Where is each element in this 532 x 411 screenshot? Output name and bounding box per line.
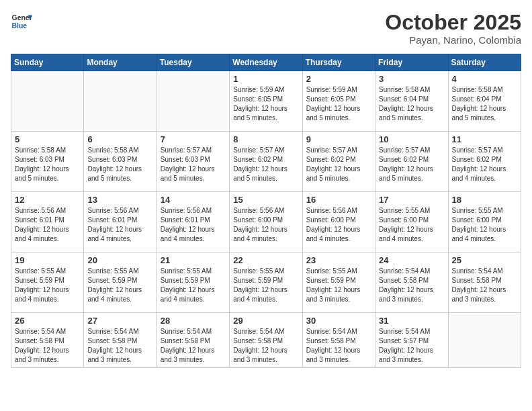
day-info: Sunrise: 5:57 AM Sunset: 6:02 PM Dayligh… [306, 146, 371, 183]
day-info: Sunrise: 5:56 AM Sunset: 6:01 PM Dayligh… [15, 206, 80, 244]
calendar-week-row: 12Sunrise: 5:56 AM Sunset: 6:01 PM Dayli… [11, 192, 521, 253]
calendar-cell [448, 313, 521, 368]
day-number: 26 [15, 316, 80, 326]
calendar-cell: 5Sunrise: 5:58 AM Sunset: 6:03 PM Daylig… [11, 132, 84, 192]
calendar-cell: 9Sunrise: 5:57 AM Sunset: 6:02 PM Daylig… [302, 132, 375, 192]
day-number: 1 [233, 74, 298, 84]
day-number: 24 [379, 255, 444, 265]
day-info: Sunrise: 5:56 AM Sunset: 6:01 PM Dayligh… [87, 206, 152, 244]
day-number: 6 [87, 134, 152, 144]
day-info: Sunrise: 5:58 AM Sunset: 6:03 PM Dayligh… [15, 146, 80, 183]
calendar-cell: 21Sunrise: 5:55 AM Sunset: 5:59 PM Dayli… [157, 253, 229, 313]
calendar-cell [84, 71, 157, 132]
day-number: 23 [306, 255, 371, 265]
calendar-cell: 28Sunrise: 5:54 AM Sunset: 5:58 PM Dayli… [157, 313, 229, 368]
calendar-cell: 10Sunrise: 5:57 AM Sunset: 6:02 PM Dayli… [375, 132, 448, 192]
day-info: Sunrise: 5:55 AM Sunset: 6:00 PM Dayligh… [379, 206, 444, 244]
day-info: Sunrise: 5:57 AM Sunset: 6:03 PM Dayligh… [161, 146, 226, 183]
day-number: 18 [452, 195, 517, 205]
day-info: Sunrise: 5:54 AM Sunset: 5:58 PM Dayligh… [15, 327, 80, 365]
calendar-cell: 12Sunrise: 5:56 AM Sunset: 6:01 PM Dayli… [11, 192, 84, 253]
day-info: Sunrise: 5:58 AM Sunset: 6:04 PM Dayligh… [379, 85, 444, 123]
calendar-cell: 25Sunrise: 5:54 AM Sunset: 5:58 PM Dayli… [448, 253, 521, 313]
weekday-header-saturday: Saturday [448, 54, 521, 71]
weekday-header-tuesday: Tuesday [157, 54, 229, 71]
calendar-week-row: 1Sunrise: 5:59 AM Sunset: 6:05 PM Daylig… [11, 71, 521, 132]
calendar-week-row: 5Sunrise: 5:58 AM Sunset: 6:03 PM Daylig… [11, 132, 521, 192]
calendar-cell: 7Sunrise: 5:57 AM Sunset: 6:03 PM Daylig… [157, 132, 229, 192]
calendar-cell: 14Sunrise: 5:56 AM Sunset: 6:01 PM Dayli… [157, 192, 229, 253]
day-info: Sunrise: 5:57 AM Sunset: 6:02 PM Dayligh… [452, 146, 517, 183]
day-number: 17 [379, 195, 444, 205]
day-info: Sunrise: 5:59 AM Sunset: 6:05 PM Dayligh… [233, 85, 298, 123]
weekday-header-monday: Monday [84, 54, 157, 71]
day-info: Sunrise: 5:54 AM Sunset: 5:58 PM Dayligh… [233, 327, 298, 365]
weekday-header-thursday: Thursday [302, 54, 375, 71]
day-number: 31 [379, 316, 444, 326]
day-number: 9 [306, 134, 371, 144]
day-number: 10 [379, 134, 444, 144]
day-number: 5 [15, 134, 80, 144]
calendar-cell: 4Sunrise: 5:58 AM Sunset: 6:04 PM Daylig… [448, 71, 521, 132]
svg-text:Blue: Blue [12, 22, 28, 30]
weekday-header-row: SundayMondayTuesdayWednesdayThursdayFrid… [11, 54, 521, 71]
day-number: 19 [15, 255, 80, 265]
calendar-cell: 30Sunrise: 5:54 AM Sunset: 5:58 PM Dayli… [302, 313, 375, 368]
month-title: October 2025 [385, 11, 521, 34]
day-number: 11 [452, 134, 517, 144]
calendar-cell: 11Sunrise: 5:57 AM Sunset: 6:02 PM Dayli… [448, 132, 521, 192]
day-number: 3 [379, 74, 444, 84]
calendar-cell: 23Sunrise: 5:55 AM Sunset: 5:59 PM Dayli… [302, 253, 375, 313]
calendar-cell: 2Sunrise: 5:59 AM Sunset: 6:05 PM Daylig… [302, 71, 375, 132]
weekday-header-sunday: Sunday [11, 54, 84, 71]
day-number: 16 [306, 195, 371, 205]
calendar-cell: 27Sunrise: 5:54 AM Sunset: 5:58 PM Dayli… [84, 313, 157, 368]
day-info: Sunrise: 5:55 AM Sunset: 5:59 PM Dayligh… [233, 267, 298, 304]
calendar-cell: 24Sunrise: 5:54 AM Sunset: 5:58 PM Dayli… [375, 253, 448, 313]
calendar-cell: 22Sunrise: 5:55 AM Sunset: 5:59 PM Dayli… [230, 253, 302, 313]
day-number: 2 [306, 74, 371, 84]
calendar-cell: 18Sunrise: 5:55 AM Sunset: 6:00 PM Dayli… [448, 192, 521, 253]
day-info: Sunrise: 5:59 AM Sunset: 6:05 PM Dayligh… [306, 85, 371, 123]
day-info: Sunrise: 5:55 AM Sunset: 5:59 PM Dayligh… [15, 267, 80, 304]
day-info: Sunrise: 5:54 AM Sunset: 5:58 PM Dayligh… [379, 267, 444, 304]
day-info: Sunrise: 5:58 AM Sunset: 6:03 PM Dayligh… [87, 146, 152, 183]
day-number: 28 [161, 316, 226, 326]
day-number: 29 [233, 316, 298, 326]
calendar-cell: 15Sunrise: 5:56 AM Sunset: 6:00 PM Dayli… [230, 192, 302, 253]
weekday-header-wednesday: Wednesday [230, 54, 302, 71]
day-info: Sunrise: 5:54 AM Sunset: 5:58 PM Dayligh… [452, 267, 517, 304]
day-info: Sunrise: 5:54 AM Sunset: 5:57 PM Dayligh… [379, 327, 444, 365]
title-block: October 2025 Payan, Narino, Colombia [385, 11, 521, 46]
day-number: 12 [15, 195, 80, 205]
calendar-cell: 29Sunrise: 5:54 AM Sunset: 5:58 PM Dayli… [230, 313, 302, 368]
day-info: Sunrise: 5:56 AM Sunset: 6:01 PM Dayligh… [161, 206, 226, 244]
calendar-cell: 17Sunrise: 5:55 AM Sunset: 6:00 PM Dayli… [375, 192, 448, 253]
calendar-cell [11, 71, 84, 132]
calendar-table: SundayMondayTuesdayWednesdayThursdayFrid… [11, 54, 521, 368]
calendar-cell [157, 71, 229, 132]
calendar-cell: 3Sunrise: 5:58 AM Sunset: 6:04 PM Daylig… [375, 71, 448, 132]
calendar-cell: 16Sunrise: 5:56 AM Sunset: 6:00 PM Dayli… [302, 192, 375, 253]
day-info: Sunrise: 5:54 AM Sunset: 5:58 PM Dayligh… [306, 327, 371, 365]
day-number: 30 [306, 316, 371, 326]
logo: General Blue [11, 11, 32, 32]
day-info: Sunrise: 5:58 AM Sunset: 6:04 PM Dayligh… [452, 85, 517, 123]
location-title: Payan, Narino, Colombia [385, 34, 521, 46]
day-info: Sunrise: 5:56 AM Sunset: 6:00 PM Dayligh… [306, 206, 371, 244]
day-info: Sunrise: 5:56 AM Sunset: 6:00 PM Dayligh… [233, 206, 298, 244]
calendar-cell: 13Sunrise: 5:56 AM Sunset: 6:01 PM Dayli… [84, 192, 157, 253]
day-info: Sunrise: 5:54 AM Sunset: 5:58 PM Dayligh… [87, 327, 152, 365]
calendar-cell: 1Sunrise: 5:59 AM Sunset: 6:05 PM Daylig… [230, 71, 302, 132]
day-number: 14 [161, 195, 226, 205]
day-number: 20 [87, 255, 152, 265]
day-number: 22 [233, 255, 298, 265]
day-number: 27 [87, 316, 152, 326]
calendar-cell: 6Sunrise: 5:58 AM Sunset: 6:03 PM Daylig… [84, 132, 157, 192]
day-number: 4 [452, 74, 517, 84]
day-info: Sunrise: 5:55 AM Sunset: 5:59 PM Dayligh… [161, 267, 226, 304]
day-info: Sunrise: 5:57 AM Sunset: 6:02 PM Dayligh… [379, 146, 444, 183]
day-info: Sunrise: 5:55 AM Sunset: 5:59 PM Dayligh… [306, 267, 371, 304]
calendar-week-row: 26Sunrise: 5:54 AM Sunset: 5:58 PM Dayli… [11, 313, 521, 368]
day-info: Sunrise: 5:54 AM Sunset: 5:58 PM Dayligh… [161, 327, 226, 365]
